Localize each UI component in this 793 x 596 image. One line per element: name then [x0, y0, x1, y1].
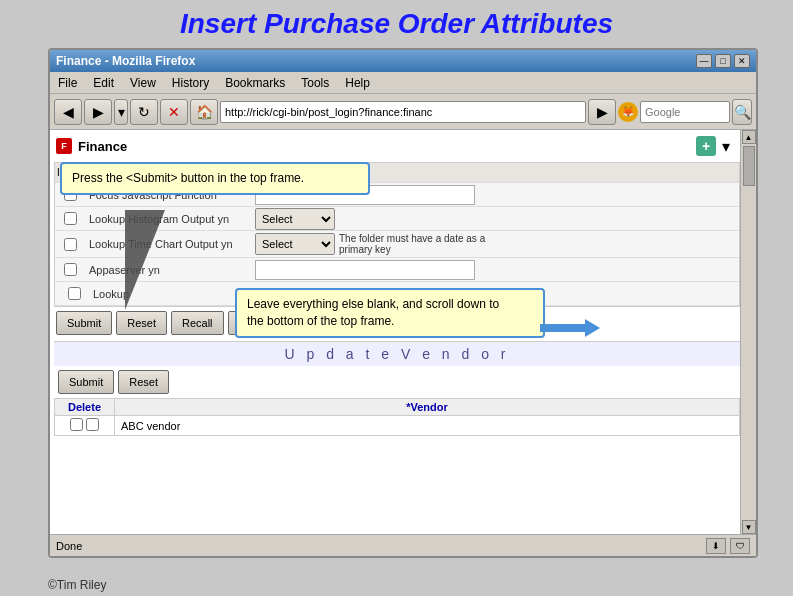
menu-view[interactable]: View: [126, 74, 160, 92]
toolbar: ◀ ▶ ▾ ↻ ✕ 🏠 ▶ 🦊 🔍: [50, 94, 756, 130]
input-appaserver[interactable]: [255, 260, 475, 280]
scrollbar-right: ▲ ▼: [740, 130, 756, 534]
vendor-name-cell: ABC vendor: [115, 416, 740, 436]
title-bar: Finance - Mozilla Firefox — □ ✕: [50, 50, 756, 72]
menu-file[interactable]: File: [54, 74, 81, 92]
scroll-up-button[interactable]: ▲: [742, 130, 756, 144]
browser-content: F Finance + ▾ Ignore Hint Message: [50, 130, 756, 534]
checkbox-lookup-input[interactable]: [68, 287, 81, 300]
vendor-table: Delete *Vendor ABC vendor: [54, 398, 740, 436]
select-histogram[interactable]: Select Yes No: [255, 208, 335, 230]
scroll-down-button[interactable]: ▼: [742, 520, 756, 534]
dropdown-button[interactable]: ▾: [114, 99, 128, 125]
menu-edit[interactable]: Edit: [89, 74, 118, 92]
svg-marker-1: [540, 319, 600, 337]
lower-section: U p d a t e V e n d o r Submit Reset Del…: [54, 341, 740, 436]
checkbox-timechart[interactable]: [55, 238, 85, 251]
forward-button[interactable]: ▶: [84, 99, 112, 125]
status-bar: Done ⬇ 🛡: [50, 534, 756, 556]
shield-icon: 🛡: [730, 538, 750, 554]
go-button[interactable]: ▶: [588, 99, 616, 125]
vendor-reset-button[interactable]: Reset: [118, 370, 169, 394]
menu-bookmarks[interactable]: Bookmarks: [221, 74, 289, 92]
status-text: Done: [56, 540, 698, 552]
search-bar[interactable]: [640, 101, 730, 123]
vendor-buttons: Submit Reset: [54, 366, 740, 398]
col-header-delete: Delete: [55, 399, 115, 416]
update-vendor-title: U p d a t e V e n d o r: [54, 342, 740, 366]
search-go-button[interactable]: 🔍: [732, 99, 752, 125]
scroll-thumb[interactable]: [743, 146, 755, 186]
menu-bar: File Edit View History Bookmarks Tools H…: [50, 72, 756, 94]
maximize-button[interactable]: □: [715, 54, 731, 68]
back-button[interactable]: ◀: [54, 99, 82, 125]
status-icons: ⬇ 🛡: [706, 538, 750, 554]
checkbox-appaserver-input[interactable]: [64, 263, 77, 276]
browser-title: Finance - Mozilla Firefox: [56, 54, 195, 68]
checkbox-histogram-input[interactable]: [64, 212, 77, 225]
finance-icon: F: [56, 138, 72, 154]
arrow-right-indicator: [540, 318, 600, 338]
expand-button[interactable]: ▾: [722, 137, 738, 156]
menu-tools[interactable]: Tools: [297, 74, 333, 92]
reload-button[interactable]: ↻: [130, 99, 158, 125]
vendor-delete-cell: [55, 416, 115, 436]
vendor-delete-checkbox[interactable]: [70, 418, 83, 431]
minimize-button[interactable]: —: [696, 54, 712, 68]
checkbox-lookup[interactable]: [59, 287, 89, 300]
stop-button[interactable]: ✕: [160, 99, 188, 125]
callout-top: Press the <Submit> button in the top fra…: [60, 162, 370, 195]
browser-window: Finance - Mozilla Firefox — □ ✕ File Edi…: [48, 48, 758, 558]
home-button[interactable]: 🏠: [190, 99, 218, 125]
vendor-select-checkbox[interactable]: [86, 418, 99, 431]
page-title: Insert Purchase Order Attributes: [0, 0, 793, 44]
callout-bottom-text: Leave everything else blank, and scroll …: [247, 297, 499, 328]
finance-header: F Finance + ▾: [54, 134, 740, 158]
checkbox-timechart-input[interactable]: [64, 238, 77, 251]
arrow-indicator: [105, 200, 235, 330]
finance-tab-label[interactable]: Finance: [78, 139, 127, 154]
browser-logo: 🦊: [618, 102, 638, 122]
checkbox-appaserver[interactable]: [55, 263, 85, 276]
menu-help[interactable]: Help: [341, 74, 374, 92]
window-controls: — □ ✕: [696, 54, 750, 68]
svg-marker-0: [125, 210, 165, 310]
copyright: ©Tim Riley: [48, 578, 106, 592]
submit-button[interactable]: Submit: [56, 311, 112, 335]
close-button[interactable]: ✕: [734, 54, 750, 68]
menu-history[interactable]: History: [168, 74, 213, 92]
select-timechart[interactable]: Select Yes No: [255, 233, 335, 255]
vendor-row: ABC vendor: [55, 416, 740, 436]
url-bar[interactable]: [220, 101, 586, 123]
col-header-vendor: *Vendor: [115, 399, 740, 416]
callout-bottom: Leave everything else blank, and scroll …: [235, 288, 545, 338]
timechart-note: The folder must have a date as a primary…: [335, 231, 515, 257]
download-icon[interactable]: ⬇: [706, 538, 726, 554]
add-button[interactable]: +: [696, 136, 716, 156]
vendor-submit-button[interactable]: Submit: [58, 370, 114, 394]
checkbox-histogram[interactable]: [55, 212, 85, 225]
